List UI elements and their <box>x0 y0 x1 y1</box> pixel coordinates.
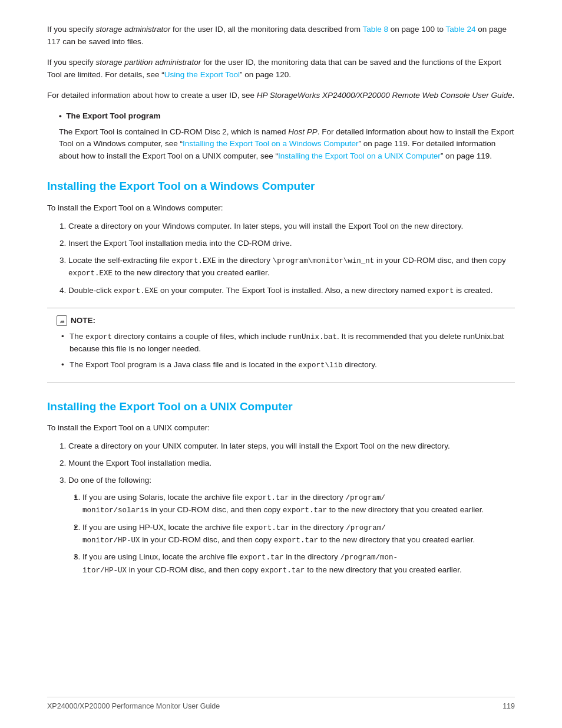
page-footer: XP24000/XP20000 Performance Monitor User… <box>47 697 515 710</box>
code-export-tar-linux-copy: export.tar <box>260 566 305 575</box>
unix-step-1: Create a directory on your UNIX computer… <box>68 440 515 453</box>
section-title-unix: Installing the Export Tool on a UNIX Com… <box>47 400 515 414</box>
windows-step-4: Double-click export.EXE on your computer… <box>68 285 515 297</box>
italic-partition-admin: storage partition administrator <box>96 58 201 67</box>
code-export-exe-1: export.EXE <box>172 257 216 265</box>
windows-step-1: Create a directory on your Windows compu… <box>68 220 515 233</box>
link-using-export-tool[interactable]: Using the Export Tool <box>164 70 240 79</box>
unix-step-3: Do one of the following: If you are usin… <box>68 475 515 577</box>
unix-sub-bullet-linux: If you are using Linux, locate the archi… <box>82 551 515 577</box>
unix-sub-bullets: If you are using Solaris, locate the arc… <box>73 492 515 577</box>
windows-step-3: Locate the self-extracting file export.E… <box>68 255 515 280</box>
link-install-windows[interactable]: Installing the Export Tool on a Windows … <box>183 139 358 148</box>
italic-storage-admin: storage administrator <box>96 25 171 34</box>
unix-sub-bullet-hpux: If you are using HP-UX, locate the archi… <box>82 522 515 547</box>
export-tool-description: The Export Tool is contained in CD-ROM D… <box>59 126 515 163</box>
link-table24[interactable]: Table 24 <box>445 25 475 34</box>
note-box-windows: 𝓃 NOTE: The export directory contains a … <box>47 308 515 383</box>
link-table8[interactable]: Table 8 <box>363 25 389 34</box>
export-tool-bullet-text: • The Export Tool program The Export Too… <box>59 110 515 163</box>
note-bullet-1: The export directory contains a couple o… <box>61 331 505 355</box>
code-export-tar-hpux-copy: export.tar <box>274 536 318 545</box>
section-windows-intro: To install the Export Tool on a Windows … <box>47 202 515 215</box>
section-title-windows: Installing the Export Tool on a Windows … <box>47 179 515 194</box>
intro-paragraph-1: If you specify storage administrator for… <box>47 24 515 48</box>
code-runUnixBat: runUnix.bat <box>288 333 337 341</box>
italic-user-guide-ref: HP StorageWorks XP24000/XP20000 Remote W… <box>257 91 513 100</box>
footer-product: XP24000/XP20000 Performance Monitor User… <box>47 702 220 710</box>
windows-steps-list: Create a directory on your Windows compu… <box>59 220 515 297</box>
export-tool-bullet-container: • The Export Tool program The Export Too… <box>59 110 515 163</box>
intro-paragraph-3: For detailed information about how to cr… <box>47 90 515 102</box>
unix-steps-list: Create a directory on your UNIX computer… <box>59 440 515 577</box>
page: If you specify storage administrator for… <box>0 0 562 728</box>
code-export-exe-3: export.EXE <box>114 287 158 295</box>
link-install-unix[interactable]: Installing the Export Tool on a UNIX Com… <box>278 151 441 160</box>
code-export-exe-2: export.EXE <box>68 269 113 278</box>
intro-paragraph-2: If you specify storage partition adminis… <box>47 57 515 81</box>
unix-step-2: Mount the Export Tool installation media… <box>68 457 515 470</box>
code-export-tar-linux: export.tar <box>239 554 283 562</box>
export-tool-label: • The Export Tool program <box>59 111 160 120</box>
note-title-text: NOTE: <box>71 316 95 325</box>
unix-sub-bullet-solaris: If you are using Solaris, locate the arc… <box>82 492 515 517</box>
code-dir-win-nt: \program\monitor\win_nt <box>273 257 375 265</box>
italic-host-pp: Host PP <box>288 127 318 136</box>
code-export-tar-sol-copy: export.tar <box>283 506 327 515</box>
code-export-lib: export\lib <box>298 361 342 370</box>
code-export-dir-note: export <box>85 333 112 341</box>
note-bullet-2: The Export Tool program is a Java class … <box>61 359 505 371</box>
code-export-tar-hpux: export.tar <box>245 524 289 532</box>
note-bullets-list: The export directory contains a couple o… <box>61 331 505 372</box>
code-export-tar-sol: export.tar <box>244 494 289 502</box>
code-export-dir: export <box>428 287 454 295</box>
section-unix-intro: To install the Export Tool on a UNIX com… <box>47 422 515 434</box>
windows-step-2: Insert the Export Tool installation medi… <box>68 238 515 250</box>
code-dir-solaris: /program/monitor/solaris <box>82 494 385 515</box>
footer-page-number: 119 <box>503 702 515 710</box>
note-title: 𝓃 NOTE: <box>57 315 505 326</box>
note-icon: 𝓃 <box>57 315 67 326</box>
code-dir-hpux: /program/monitor/HP-UX <box>82 524 386 545</box>
